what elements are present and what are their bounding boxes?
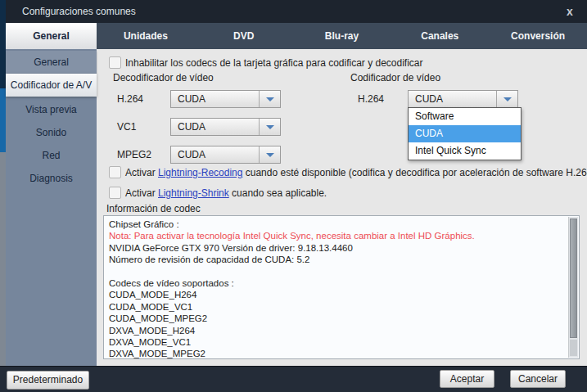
codec-info-line: CUDA_MODE_VC1 — [104, 301, 567, 313]
background-window-edge-blue — [0, 88, 6, 152]
tab-general[interactable]: General — [6, 23, 97, 49]
decoder-h264-value: CUDA — [178, 93, 205, 105]
decoder-vc1-label: VC1 — [117, 121, 136, 133]
title-bar: Configuraciones comunes x — [6, 0, 587, 23]
codec-info-line — [104, 266, 567, 277]
codec-info-line: DXVA_MODE_VC1 — [104, 336, 567, 348]
tab-canales[interactable]: Canales — [391, 23, 489, 49]
chevron-down-icon[interactable] — [259, 146, 280, 163]
sidebar-item-red[interactable]: Red — [6, 144, 97, 167]
codec-info-line: NVIDIA GeForce GTX 970 Versión de driver… — [104, 242, 567, 254]
codec-info-line: DXVA_MODE_MPEG2 — [104, 348, 567, 359]
lightning-recoding-checkbox[interactable] — [109, 166, 121, 178]
chevron-down-icon[interactable] — [496, 91, 517, 107]
lightning-shrink-suffix: cuando sea aplicable. — [229, 187, 327, 199]
sidebar-item-vista-previa[interactable]: Vista previa — [6, 98, 97, 121]
tab-unidades[interactable]: Unidades — [97, 23, 195, 49]
sidebar-item-codificador-av[interactable]: Codificador de A/V — [6, 74, 97, 97]
lightning-shrink-link[interactable]: Lightning-Shrink — [158, 187, 229, 199]
encoder-section-title: Codificador de vídeo — [350, 72, 440, 83]
sidebar-item-sonido[interactable]: Sonido — [6, 121, 97, 144]
dropdown-option-intel-quick-sync[interactable]: Intel Quick Sync — [409, 142, 521, 160]
lightning-recoding-label: Activar Lightning-Recoding cuando esté d… — [125, 167, 587, 178]
codec-info-note: Nota: Para activar la tecnología Intel Q… — [104, 230, 567, 241]
footer-bar: Predeterminado Aceptar Cancelar — [0, 366, 587, 392]
codec-info-box: Chipset Gráfico : Nota: Para activar la … — [103, 215, 580, 359]
dropdown-option-cuda[interactable]: CUDA — [409, 125, 521, 142]
lightning-recoding-suffix: cuando esté disponible (codifica y decod… — [242, 167, 587, 178]
dropdown-option-software[interactable]: Software — [409, 108, 521, 125]
scrollbar-track[interactable] — [568, 217, 578, 358]
codec-info-line: Chipset Gráfico : — [104, 219, 567, 230]
encoder-h264-label: H.264 — [358, 93, 384, 105]
lightning-shrink-label: Activar Lightning-Shrink cuando sea apli… — [125, 187, 327, 199]
codec-info-line: Codecs de vídeo soportados : — [104, 277, 567, 289]
sidebar-item-diagnosis[interactable]: Diagnosis — [6, 167, 97, 190]
disable-codecs-checkbox[interactable] — [109, 56, 121, 69]
sidebar-item-general[interactable]: General — [6, 51, 97, 74]
default-button[interactable]: Predeterminado — [7, 371, 89, 390]
encoder-h264-value: CUDA — [415, 93, 443, 105]
scrollbar-thumb[interactable] — [570, 219, 577, 338]
lightning-recoding-prefix: Activar — [125, 167, 158, 178]
lightning-recoding-link[interactable]: Lightning-Recoding — [158, 167, 242, 178]
encoder-h264-combobox[interactable]: CUDA — [408, 90, 518, 108]
chevron-down-icon[interactable] — [259, 119, 280, 135]
decoder-vc1-combobox[interactable]: CUDA — [170, 118, 281, 136]
dialog-title: Configuraciones comunes — [22, 6, 136, 17]
decoder-mpeg2-label: MPEG2 — [117, 149, 151, 160]
lightning-shrink-checkbox[interactable] — [109, 187, 121, 199]
settings-dialog: Configuraciones comunes x General Unidad… — [0, 0, 587, 392]
lightning-shrink-prefix: Activar — [125, 187, 158, 199]
tab-blu-ray[interactable]: Blu-ray — [293, 23, 391, 49]
tab-bar: General Unidades DVD Blu-ray Canales Con… — [6, 23, 587, 49]
codec-info-title: Información de codec — [106, 203, 201, 214]
ok-button[interactable]: Aceptar — [440, 370, 494, 388]
decoder-vc1-value: CUDA — [178, 121, 205, 133]
cancel-button[interactable]: Cancelar — [510, 370, 566, 388]
codec-info-line: CUDA_MODE_H264 — [104, 289, 567, 300]
scrollbar-thumb-end — [570, 340, 577, 356]
close-icon[interactable]: x — [562, 4, 577, 19]
background-window-edge-gray — [0, 152, 6, 366]
encoder-h264-dropdown-list: Software CUDA Intel Quick Sync — [408, 107, 522, 160]
disable-codecs-label: Inhabilitar los codecs de la tarjeta grá… — [125, 57, 423, 69]
tab-conversion[interactable]: Conversión — [489, 23, 587, 49]
codec-info-line: DXVA_MODE_H264 — [104, 325, 567, 336]
decoder-h264-combobox[interactable]: CUDA — [170, 90, 281, 108]
tab-dvd[interactable]: DVD — [195, 23, 293, 49]
chevron-down-icon[interactable] — [259, 91, 280, 107]
decoder-h264-label: H.264 — [117, 93, 143, 105]
decoder-mpeg2-value: CUDA — [178, 149, 205, 160]
sidebar: General Codificador de A/V Vista previa … — [6, 49, 97, 366]
decoder-mpeg2-combobox[interactable]: CUDA — [170, 146, 281, 164]
codec-info-line: Número de revisión de capacidad de CUDA:… — [104, 254, 567, 265]
decoder-section-title: Decodificador de vídeo — [113, 72, 214, 83]
codec-info-line: CUDA_MODE_MPEG2 — [104, 313, 567, 324]
